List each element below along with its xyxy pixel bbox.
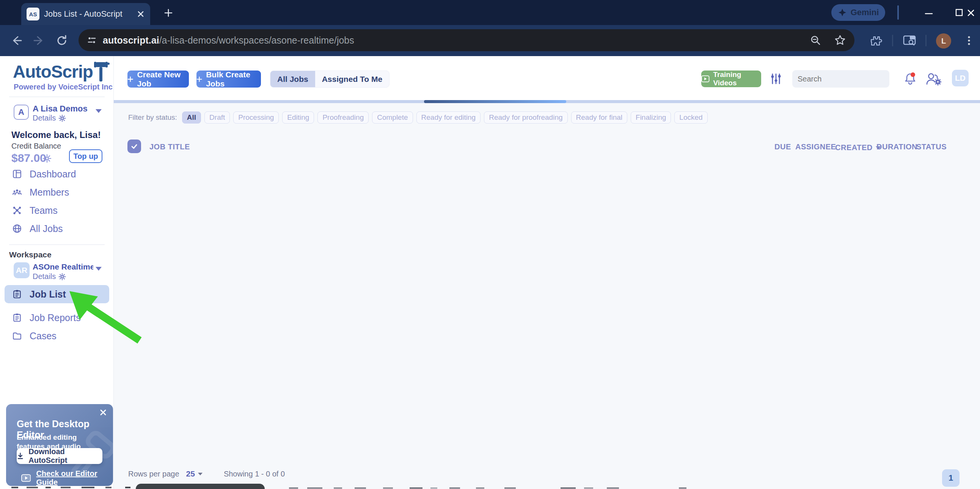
rows-per-page-value: 25 [186, 469, 195, 478]
sidebar-item-label: Teams [30, 205, 58, 216]
window-maximize-icon[interactable] [954, 8, 964, 17]
org-name[interactable]: A Lisa Demos [33, 104, 88, 114]
status-chip-draft[interactable]: Draft [204, 111, 230, 124]
status-chip-proofreading[interactable]: Proofreading [317, 111, 369, 124]
guide-label: Check our Editor Guide [36, 469, 113, 486]
status-chip-all[interactable]: All [182, 111, 201, 124]
sidebar-item-label: Job Reports [30, 312, 81, 323]
tab-all-jobs[interactable]: All Jobs [270, 71, 315, 87]
gemini-button[interactable]: Gemini [831, 4, 885, 21]
column-header-status[interactable]: STATUS [916, 143, 947, 151]
bulk-create-jobs-label: Bulk Create Jobs [206, 70, 261, 88]
bookmark-star-icon[interactable] [834, 34, 846, 46]
gemini-sparkle-icon [838, 8, 847, 17]
back-icon[interactable] [10, 34, 23, 47]
sidebar-divider-1 [9, 97, 105, 97]
column-header-duration[interactable]: DURATION [877, 143, 918, 151]
url-text: autoscript.ai/a-lisa-demos/workspaces/as… [103, 35, 354, 46]
gavel-t-icon [93, 61, 110, 83]
status-chip-locked[interactable]: Locked [674, 111, 707, 124]
user-avatar[interactable]: LD [952, 70, 969, 86]
loading-progress-track [114, 100, 980, 103]
reload-icon[interactable] [56, 34, 68, 47]
sidebar-item-all-jobs[interactable]: All Jobs [5, 220, 109, 237]
rows-caret-down-icon [198, 473, 202, 475]
window-close-icon[interactable] [966, 8, 976, 18]
sidebar-item-cases[interactable]: Cases [5, 327, 109, 344]
jobs-table-body-empty [114, 157, 980, 466]
jobs-view-tabs: All Jobs Assigned To Me [270, 70, 390, 87]
training-play-icon [701, 75, 710, 83]
page-number-button[interactable]: 1 [942, 469, 959, 487]
workspace-name[interactable]: ASOne Realtime Recor... [33, 262, 93, 271]
sidebar-item-dashboard[interactable]: Dashboard [5, 166, 109, 183]
sidebar-item-teams[interactable]: Teams [5, 202, 109, 219]
jobs-table-header: JOB TITLE DUE ASSIGNEE CREATED DURATION … [114, 134, 980, 157]
side-search-icon[interactable] [903, 34, 917, 48]
search-box[interactable] [792, 70, 889, 87]
search-input[interactable] [797, 75, 898, 83]
toolbar-separator [892, 35, 893, 46]
column-header-job-title[interactable]: JOB TITLE [150, 143, 190, 151]
status-chip-complete[interactable]: Complete [372, 111, 413, 124]
filter-sliders-icon[interactable] [770, 73, 782, 85]
status-chip-ready-for-final[interactable]: Ready for final [571, 111, 628, 124]
extensions-icon[interactable] [869, 34, 882, 48]
browser-menu-icon[interactable] [963, 34, 975, 47]
workspace-chevron-down-icon[interactable] [95, 267, 102, 271]
status-chip-editing[interactable]: Editing [282, 111, 314, 124]
sidebar-item-job-list[interactable]: Job List [5, 285, 109, 303]
training-videos-label: Training Videos [713, 70, 761, 87]
create-new-job-label: Create New Job [137, 70, 189, 88]
org-settings-gear-icon[interactable] [59, 114, 66, 122]
editor-guide-link[interactable]: Check our Editor Guide [21, 469, 113, 486]
status-chip-ready-for-proofreading[interactable]: Ready for proofreading [484, 111, 567, 124]
credit-settings-gear-icon[interactable] [43, 154, 52, 163]
created-label: CREATED [835, 143, 873, 152]
tab-close-icon[interactable] [137, 10, 145, 18]
rows-per-page-select[interactable]: 25 [186, 469, 202, 478]
jobs-toolbar: Create New Job Bulk Create Jobs All Jobs… [114, 56, 980, 100]
workspace-settings-gear-icon[interactable] [59, 273, 66, 281]
promo-close-icon[interactable] [99, 409, 107, 416]
manage-users-icon[interactable] [925, 72, 941, 86]
column-header-created[interactable]: CREATED [835, 143, 881, 152]
sidebar-item-job-reports[interactable]: Job Reports [5, 309, 109, 326]
org-avatar[interactable]: A [14, 105, 29, 120]
new-tab-icon[interactable] [164, 8, 173, 17]
org-chevron-down-icon[interactable] [95, 109, 102, 113]
select-all-checkbox[interactable] [127, 140, 141, 153]
tab-assigned-to-me[interactable]: Assigned To Me [315, 71, 389, 87]
status-chip-ready-for-editing[interactable]: Ready for editing [417, 111, 481, 124]
filter-by-status-label: Filter by status: [128, 113, 177, 122]
download-autoscript-button[interactable]: Download AutoScript [17, 448, 102, 464]
column-header-assignee[interactable]: ASSIGNEE [795, 143, 836, 151]
status-chip-finalizing[interactable]: Finalizing [631, 111, 671, 124]
address-bar[interactable]: autoscript.ai/a-lisa-demos/workspaces/as… [78, 29, 854, 51]
sidebar-item-members[interactable]: Members [5, 184, 109, 200]
notifications-bell-icon[interactable] [903, 71, 918, 86]
guide-play-icon [21, 474, 31, 482]
app-page: AutoScrip Powered by VoiceScript Inc A A… [0, 56, 980, 489]
top-up-button[interactable]: Top up [69, 149, 102, 163]
window-minimize-icon[interactable] [924, 8, 934, 18]
status-chip-processing[interactable]: Processing [233, 111, 279, 124]
org-details-link[interactable]: Details [33, 114, 66, 122]
browser-tab[interactable]: AS Jobs List - AutoScript [21, 3, 150, 25]
create-new-job-button[interactable]: Create New Job [127, 70, 189, 87]
browser-profile-avatar[interactable]: L [936, 33, 951, 49]
status-filter-bar: Filter by status: All Draft Processing E… [128, 111, 708, 124]
sidebar-item-label: Cases [30, 330, 57, 341]
workspace-avatar[interactable]: AR [14, 262, 30, 278]
bulk-create-jobs-button[interactable]: Bulk Create Jobs [196, 70, 261, 87]
url-path: /a-lisa-demos/workspaces/asone-realtime/… [159, 35, 354, 46]
column-header-due[interactable]: DUE [775, 143, 791, 151]
zoom-out-icon[interactable] [810, 35, 821, 46]
rows-per-page-label: Rows per page [128, 470, 180, 478]
check-icon [130, 142, 138, 151]
tab-title: Jobs List - AutoScript [44, 9, 132, 19]
forward-icon[interactable] [33, 34, 46, 47]
site-info-icon[interactable] [87, 35, 97, 45]
training-videos-button[interactable]: Training Videos [701, 70, 761, 87]
workspace-details-link[interactable]: Details [33, 272, 66, 281]
